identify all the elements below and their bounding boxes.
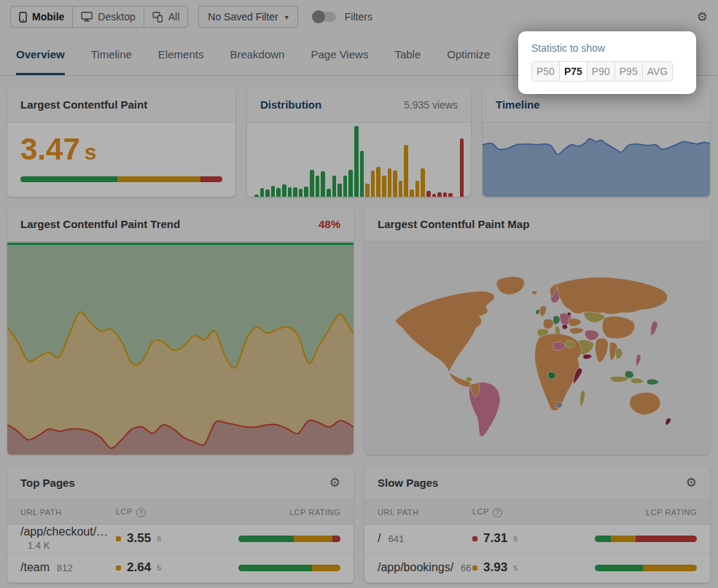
statistic-popover: Statistic to show P50 P75 P90 P95 AVG	[518, 31, 696, 94]
stat-button-avg[interactable]: AVG	[642, 61, 674, 82]
stat-button-p50[interactable]: P50	[531, 61, 560, 82]
popover-title: Statistic to show	[531, 42, 683, 54]
stat-button-p90[interactable]: P90	[587, 61, 615, 82]
stat-button-p95[interactable]: P95	[614, 61, 643, 82]
statistic-button-group: P50 P75 P90 P95 AVG	[531, 61, 683, 82]
stat-button-p75[interactable]: P75	[559, 61, 588, 82]
